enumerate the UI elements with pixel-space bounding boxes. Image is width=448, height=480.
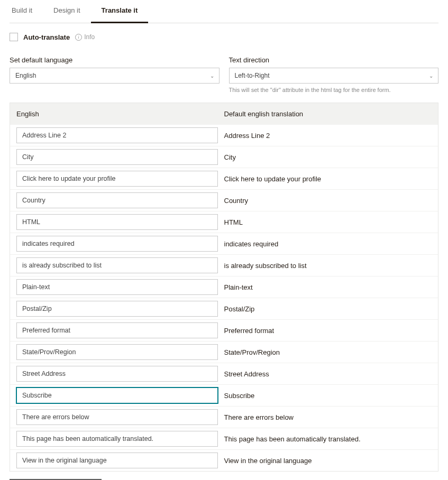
th-english: English (16, 110, 224, 118)
translation-input[interactable] (16, 387, 218, 403)
default-translation-text: State/Prov/Region (224, 348, 432, 356)
table-row: Plain-text (10, 276, 438, 298)
table-row: This page has been automatically transla… (10, 428, 438, 450)
config-row: Set default language English ⌄ Text dire… (10, 56, 438, 93)
translation-input[interactable] (16, 279, 218, 295)
default-translation-text: Street Address (224, 370, 432, 378)
table-row: Address Line 2 (10, 125, 438, 146)
table-header: English Default english translation (10, 103, 438, 125)
table-row: City (10, 146, 438, 168)
default-translation-text: View in the original language (224, 457, 432, 465)
tab-translate[interactable]: Translate it (91, 0, 149, 23)
tab-bar: Build it Design it Translate it (10, 0, 438, 23)
default-translation-text: Preferred format (224, 327, 432, 335)
default-translation-text: Plain-text (224, 283, 432, 291)
default-translation-text: There are errors below (224, 413, 432, 421)
translation-input[interactable] (16, 322, 218, 338)
translation-input[interactable] (16, 409, 218, 425)
translation-table: English Default english translation Addr… (10, 103, 438, 472)
default-translation-text: City (224, 153, 432, 161)
translation-input[interactable] (16, 301, 218, 317)
default-language-select[interactable]: English (10, 68, 220, 84)
auto-translate-checkbox[interactable] (10, 33, 18, 41)
th-default: Default english translation (224, 110, 432, 118)
table-row: Postal/Zip (10, 298, 438, 320)
default-language-label: Set default language (10, 56, 220, 64)
text-direction-col: Text direction Left-to-Right ⌄ This will… (229, 56, 439, 93)
text-direction-select[interactable]: Left-to-Right (229, 68, 439, 84)
table-row: Street Address (10, 363, 438, 385)
tab-build[interactable]: Build it (10, 0, 43, 23)
default-translation-text: Subscribe (224, 392, 432, 400)
translation-input[interactable] (16, 171, 218, 187)
default-translation-text: Click here to update your profile (224, 175, 432, 183)
translation-input[interactable] (16, 214, 218, 230)
table-row: State/Prov/Region (10, 341, 438, 363)
auto-translate-label: Auto-translate (23, 33, 70, 41)
translation-input[interactable] (16, 366, 218, 382)
default-translation-text: HTML (224, 218, 432, 226)
table-row: HTML (10, 211, 438, 233)
table-row: View in the original language (10, 450, 438, 471)
default-translation-text: Postal/Zip (224, 305, 432, 313)
tab-design[interactable]: Design it (43, 0, 91, 23)
translation-input[interactable] (16, 236, 218, 252)
translation-input[interactable] (16, 127, 218, 143)
table-row: Subscribe (10, 385, 438, 407)
default-translation-text: is already subscribed to list (224, 262, 432, 270)
translation-input[interactable] (16, 431, 218, 447)
text-direction-label: Text direction (229, 56, 439, 64)
table-row: There are errors below (10, 407, 438, 428)
text-direction-help: This will set the "dir" attribute in the… (229, 87, 439, 93)
translation-input[interactable] (16, 453, 218, 468)
translation-input[interactable] (16, 257, 218, 273)
default-translation-text: This page has been automatically transla… (224, 435, 432, 443)
table-row: Click here to update your profile (10, 168, 438, 190)
default-translation-text: Address Line 2 (224, 132, 432, 140)
default-language-col: Set default language English ⌄ (10, 56, 220, 93)
default-translation-text: Country (224, 197, 432, 205)
default-translation-text: indicates required (224, 240, 432, 248)
info-text: Info (84, 33, 95, 41)
translation-input[interactable] (16, 192, 218, 208)
info-wrap[interactable]: i Info (75, 33, 95, 41)
table-row: indicates required (10, 233, 438, 255)
table-row: Country (10, 190, 438, 211)
translation-input[interactable] (16, 149, 218, 165)
translation-input[interactable] (16, 344, 218, 360)
info-icon: i (75, 34, 82, 41)
table-row: is already subscribed to list (10, 255, 438, 276)
auto-translate-row: Auto-translate i Info (10, 33, 438, 41)
table-row: Preferred format (10, 320, 438, 341)
